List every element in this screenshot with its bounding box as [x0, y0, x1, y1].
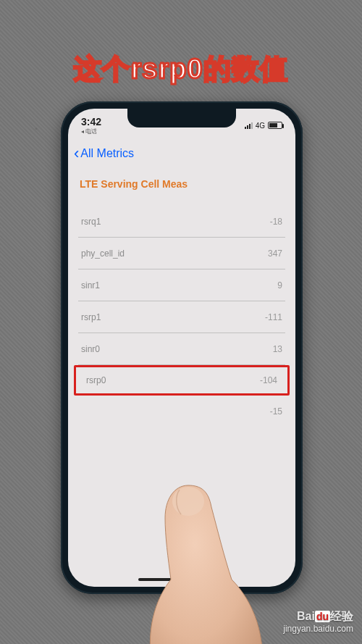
metric-row[interactable]: rsrp1-111	[78, 301, 285, 333]
watermark-brand-prefix: Bai	[297, 610, 315, 622]
chevron-left-icon: ‹	[74, 146, 79, 162]
metric-value: 13	[273, 344, 282, 354]
watermark-brand-box: du	[315, 611, 330, 622]
metric-label: rsrq1	[81, 217, 101, 227]
annotation-overlay-text: 这个rsrp0的数值	[74, 51, 287, 88]
status-back-to-phone[interactable]: ◂ 电话	[81, 127, 101, 135]
metric-row[interactable]: rsrp0-104	[83, 367, 280, 393]
metric-label: sinr0	[81, 344, 100, 354]
notch	[127, 109, 236, 127]
watermark-brand: Baidu经验	[283, 609, 353, 624]
status-right: 4G	[245, 122, 282, 130]
metric-value: -104	[260, 375, 277, 385]
watermark-brand-suffix: 经验	[330, 610, 353, 622]
section-title: LTE Serving Cell Meas	[78, 178, 285, 190]
metric-row[interactable]: rsrq1-18	[78, 206, 285, 238]
phone-frame: 3:42 ◂ 电话 4G ‹ All Metrics LTE Serving C…	[61, 101, 303, 594]
metric-label: rsrp0	[86, 375, 106, 385]
metric-row[interactable]: -15	[78, 396, 285, 427]
status-time: 3:42	[81, 116, 101, 127]
metric-label: sinr1	[81, 280, 100, 290]
back-label: All Metrics	[80, 147, 134, 160]
metric-label: rsrp1	[81, 312, 101, 322]
network-label: 4G	[256, 122, 265, 130]
metric-row[interactable]: phy_cell_id347	[78, 238, 285, 269]
content-area[interactable]: LTE Serving Cell Meas rsrq1-18phy_cell_i…	[78, 178, 285, 572]
watermark: Baidu经验 jingyan.baidu.com	[283, 609, 353, 635]
metric-value: -15	[270, 406, 282, 417]
metric-value: -111	[265, 312, 282, 322]
nav-bar: ‹ All Metrics	[68, 141, 295, 167]
battery-icon	[268, 122, 282, 129]
metric-row[interactable]: sinr19	[78, 269, 285, 301]
metric-value: -18	[270, 217, 282, 227]
metric-label: phy_cell_id	[81, 248, 125, 259]
back-button[interactable]: ‹ All Metrics	[74, 146, 134, 162]
highlight-box: rsrp0-104	[74, 365, 290, 396]
phone-screen: 3:42 ◂ 电话 4G ‹ All Metrics LTE Serving C…	[68, 109, 295, 587]
metrics-list: rsrq1-18phy_cell_id347sinr19rsrp1-111sin…	[78, 206, 285, 427]
status-left: 3:42 ◂ 电话	[81, 116, 101, 135]
signal-icon	[245, 122, 253, 129]
metric-row[interactable]: sinr013	[78, 333, 285, 365]
metric-value: 9	[277, 280, 282, 290]
home-indicator[interactable]	[138, 578, 225, 581]
watermark-url: jingyan.baidu.com	[283, 624, 353, 635]
metric-value: 347	[268, 248, 282, 259]
